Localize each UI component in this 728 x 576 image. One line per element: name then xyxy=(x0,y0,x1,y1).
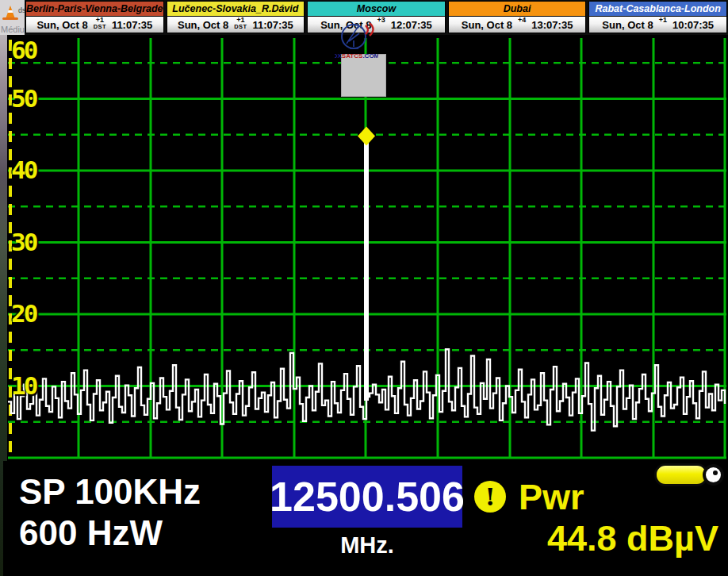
bandwidth-setting-label: 600 HzW xyxy=(19,513,163,553)
y-axis-label: 60 xyxy=(11,38,36,63)
battery-terminal-center xyxy=(713,470,718,475)
logo-signal-arc-1 xyxy=(366,25,368,34)
y-axis-label: 40 xyxy=(11,158,36,182)
battery-body xyxy=(654,463,708,486)
y-axis-label: 30 xyxy=(11,230,36,255)
logo-dish-lines xyxy=(347,26,359,48)
y-axis-label: 20 xyxy=(11,301,36,326)
logo-text: DXSATCS.COM xyxy=(335,52,378,60)
battery-icon xyxy=(654,463,724,488)
span-setting-label: SP 100KHz xyxy=(19,472,201,512)
frequency-value: 12500.506 xyxy=(270,473,465,520)
power-value: 44.8 dBµV xyxy=(547,518,718,559)
power-label: Pwr xyxy=(519,477,584,518)
frequency-display[interactable]: 12500.506 xyxy=(272,466,462,528)
frequency-unit-label: MHz. xyxy=(272,532,462,559)
peak-marker-diamond[interactable] xyxy=(358,127,375,146)
readout-bar: SP 100KHz 600 HzW 12500.506 MHz. ! Pwr 4… xyxy=(3,461,728,576)
spectrum-display[interactable]: 605040302010 DXSATCS.COM xyxy=(7,35,728,461)
y-axis-label: 10 xyxy=(11,374,36,398)
dxsatcs-logo: DXSATCS.COM xyxy=(341,54,386,97)
alert-icon: ! xyxy=(474,481,506,513)
logo-signal-arc-2 xyxy=(370,23,374,36)
y-axis-label: 50 xyxy=(11,86,36,111)
